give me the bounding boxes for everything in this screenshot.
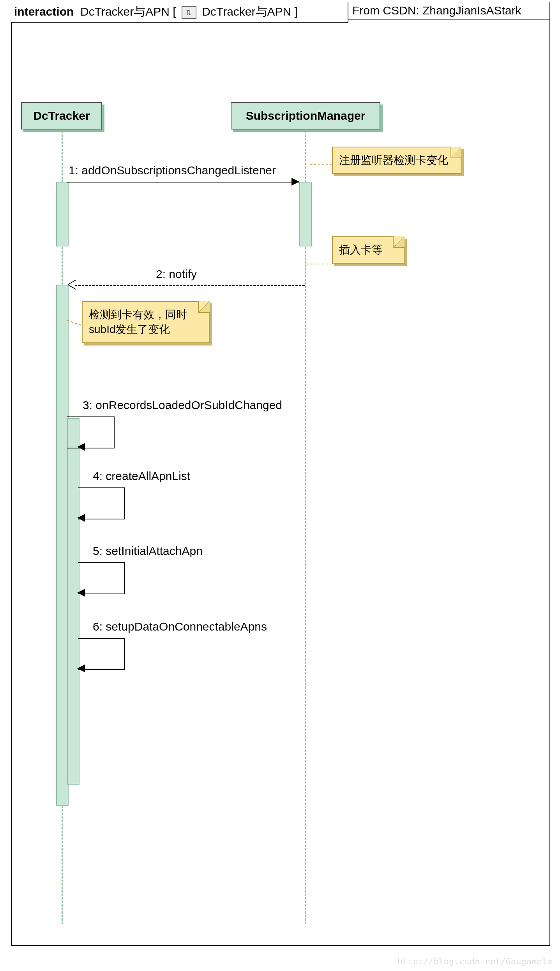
lifeline-subscriptionmanager-head: SubscriptionManager <box>231 102 380 129</box>
frame-reference-text: From CSDN: ZhangJianIsAStark <box>348 2 549 20</box>
message-2-arrowhead <box>68 280 77 289</box>
lifeline-dctracker-label: DcTracker <box>33 109 90 122</box>
message-6-bracket <box>78 638 125 670</box>
note-subid-changed: 检测到卡有效，同时subId发生了变化 <box>82 301 210 343</box>
message-1-arrow <box>67 182 299 183</box>
activation-dctracker-1 <box>56 182 69 246</box>
activation-dctracker-nested <box>67 418 79 785</box>
message-4-arrowhead <box>77 514 85 522</box>
note-fold-icon <box>198 301 210 313</box>
message-6-arrowhead <box>77 664 85 672</box>
note-1-connector <box>310 164 332 165</box>
message-3-bracket <box>67 416 115 448</box>
lifeline-subscriptionmanager-line <box>305 131 306 924</box>
message-2-label: 2: notify <box>156 268 197 281</box>
message-5-bracket <box>78 562 125 594</box>
activation-subscriptionmanager-1 <box>299 182 312 246</box>
diagram-canvas: interaction DcTracker与APN [ ⇅ DcTracker与… <box>0 0 560 971</box>
message-4-bracket <box>78 487 125 519</box>
frame-keyword: interaction <box>14 5 74 18</box>
frame-reference: From CSDN: ZhangJianIsAStark <box>348 2 550 20</box>
message-1-arrowhead <box>291 178 299 186</box>
note-fold-icon <box>450 147 461 158</box>
note-insert-card: 插入卡等 <box>332 236 405 264</box>
frame-title: DcTracker与APN <box>80 5 170 18</box>
message-3-arrowhead <box>77 443 85 451</box>
lifeline-subscriptionmanager-label: SubscriptionManager <box>246 109 366 122</box>
message-5-label: 5: setInitialAttachApn <box>93 544 203 558</box>
interaction-icon: ⇅ <box>182 6 196 19</box>
note-register-listener-text: 注册监听器检测卡变化 <box>339 154 448 166</box>
watermark-text: http://blog.csdn.net/Gaugamela <box>397 957 552 966</box>
message-5-arrowhead <box>77 589 85 597</box>
note-insert-card-text: 插入卡等 <box>339 244 383 256</box>
note-subid-changed-text: 检测到卡有效，同时subId发生了变化 <box>89 308 187 335</box>
note-2-connector <box>306 264 332 264</box>
frame-header: interaction DcTracker与APN [ ⇅ DcTracker与… <box>11 2 348 23</box>
interaction-frame <box>11 2 550 946</box>
message-6-label: 6: setupDataOnConnectableApns <box>93 620 267 633</box>
note-register-listener: 注册监听器检测卡变化 <box>332 147 461 174</box>
message-2-arrow <box>75 285 305 286</box>
frame-inner-title: DcTracker与APN <box>202 5 291 18</box>
lifeline-dctracker-head: DcTracker <box>21 102 102 129</box>
message-4-label: 4: createAllApnList <box>93 470 190 483</box>
message-3-label: 3: onRecordsLoadedOrSubIdChanged <box>83 399 282 412</box>
note-fold-icon <box>393 236 405 248</box>
message-1-label: 1: addOnSubscriptionsChangedListener <box>69 164 276 177</box>
